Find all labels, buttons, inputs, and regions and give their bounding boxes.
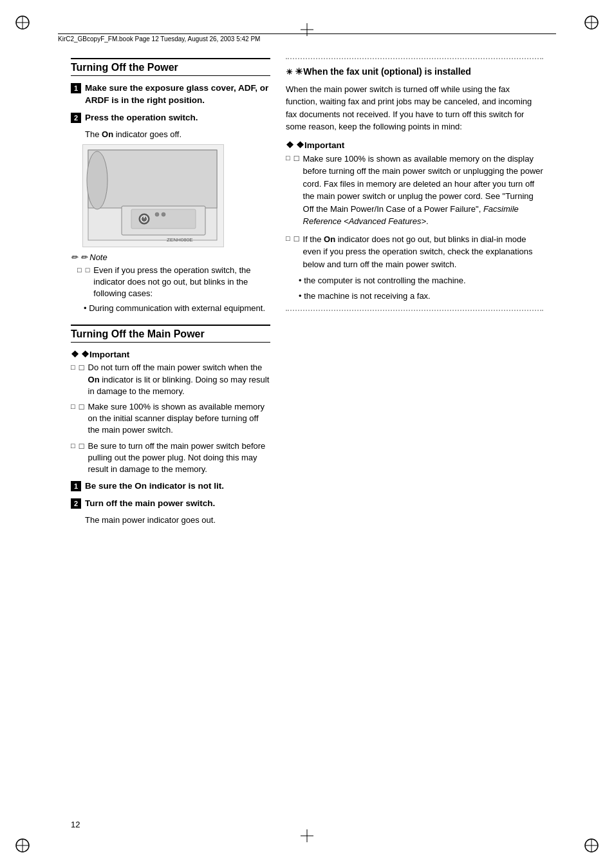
important-list-left: □ Do not turn off the main power switch …	[71, 362, 270, 475]
step2: 2 Press the operation switch.	[71, 112, 270, 124]
machine-diagram: ZENH080E	[82, 144, 224, 247]
step3-text: Be sure the On indicator is not lit.	[85, 480, 224, 493]
important-list-right: □ Make sure 100% is shown as available m…	[286, 153, 543, 271]
right-sub1: the computer is not controlling the mach…	[299, 274, 543, 287]
imp1-text: Do not turn off the main power switch wh…	[88, 362, 270, 397]
right-bottom-border	[286, 310, 543, 311]
right-imp2: □ If the On indicator does not go out, b…	[286, 233, 543, 271]
left-column: Turning Off the Power 1 Make sure the ex…	[71, 58, 270, 810]
fax-title-text: When the fax unit (optional) is installe…	[303, 66, 471, 77]
imp2-text: Make sure 100% is shown as available mem…	[88, 401, 270, 437]
svg-text:ZENH080E: ZENH080E	[167, 237, 192, 243]
important-title-left: ❖Important	[71, 349, 270, 359]
corner-mark-br	[582, 836, 601, 855]
corner-mark-tl	[13, 13, 32, 32]
fax-section-title: ☀When the fax unit (optional) is install…	[286, 66, 543, 78]
note-item1-text: Even if you press the operation switch, …	[93, 265, 270, 300]
section1-title: Turning Off the Power	[71, 58, 270, 76]
right-subbullet: the computer is not controlling the mach…	[286, 274, 543, 302]
step3: 1 Be sure the On indicator is not lit.	[71, 480, 270, 493]
imp-item1: □ Do not turn off the main power switch …	[71, 362, 270, 397]
imp-item2: □ Make sure 100% is shown as available m…	[71, 401, 270, 437]
note-sub1: During communication with external equip…	[84, 303, 270, 314]
content-area: Turning Off the Power 1 Make sure the ex…	[71, 58, 543, 810]
imp3-text: Be sure to turn off the main power switc…	[88, 440, 270, 476]
page-number: 12	[71, 820, 80, 829]
imp-item3: □ Be sure to turn off the main power swi…	[71, 440, 270, 476]
fax-body-text: When the main power switch is turned off…	[286, 83, 543, 133]
step2-sub: The On indicator goes off.	[85, 129, 270, 139]
step4: 2 Turn off the main power switch.	[71, 498, 270, 510]
step4-sub: The main power indicator goes out.	[85, 515, 270, 525]
section2-wrapper: Turning Off the Main Power ❖Important □ …	[71, 325, 270, 524]
step2-text: Press the operation switch.	[85, 112, 198, 124]
step4-number: 2	[71, 498, 81, 509]
right-imp2-text: If the On indicator does not go out, but…	[303, 233, 543, 271]
right-sub2: the machine is not receiving a fax.	[299, 290, 543, 303]
step3-number: 1	[71, 481, 81, 491]
note-section: ✏ Note □ Even if you press the operation…	[71, 252, 270, 315]
step1-number: 1	[71, 83, 81, 93]
bottom-center-mark	[301, 829, 313, 845]
right-column: ☀When the fax unit (optional) is install…	[286, 58, 543, 810]
svg-point-24	[155, 212, 159, 216]
section2-title: Turning Off the Main Power	[71, 325, 270, 343]
right-imp1-text: Make sure 100% is shown as available mem…	[303, 153, 543, 228]
important-title-right: ❖Important	[286, 140, 543, 150]
right-imp1: □ Make sure 100% is shown as available m…	[286, 153, 543, 228]
step1-text: Make sure the exposure glass cover, ADF,…	[85, 82, 270, 107]
note-subbullet: During communication with external equip…	[71, 303, 270, 314]
corner-mark-bl	[13, 836, 32, 855]
step2-number: 2	[71, 113, 81, 123]
note-title: ✏ Note	[71, 252, 270, 262]
note-list: □ Even if you press the operation switch…	[71, 265, 270, 300]
header-bar: KirC2_GBcopyF_FM.book Page 12 Tuesday, A…	[58, 33, 556, 42]
right-top-border: ☀When the fax unit (optional) is install…	[286, 58, 543, 302]
step4-text: Turn off the main power switch.	[85, 498, 215, 510]
note-item1: □ Even if you press the operation switch…	[77, 265, 270, 300]
file-info: KirC2_GBcopyF_FM.book Page 12 Tuesday, A…	[58, 35, 260, 42]
svg-point-18	[87, 151, 107, 209]
step1: 1 Make sure the exposure glass cover, AD…	[71, 82, 270, 107]
svg-point-25	[162, 212, 165, 216]
corner-mark-tr	[582, 13, 601, 32]
